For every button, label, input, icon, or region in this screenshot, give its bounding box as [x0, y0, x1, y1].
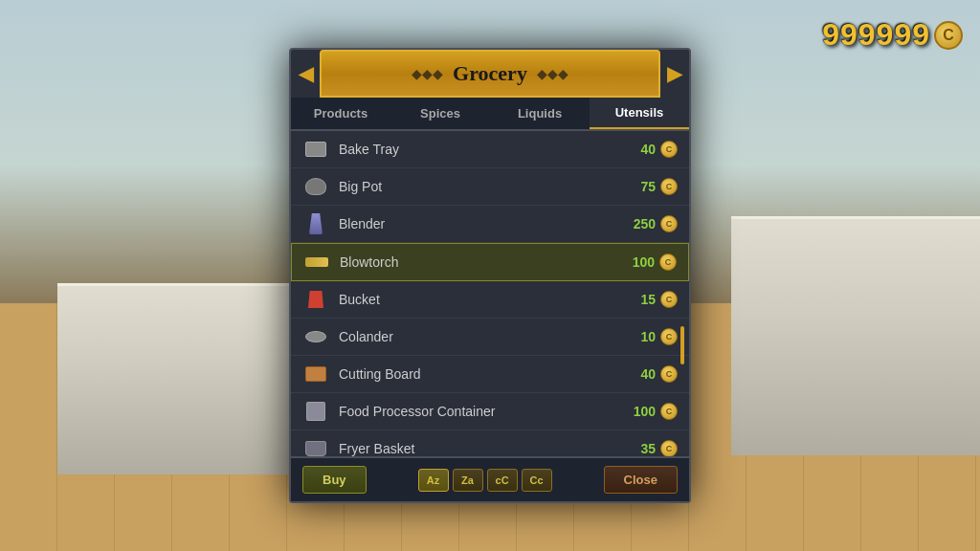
tab-utensils[interactable]: Utensils [590, 98, 689, 129]
tab-spices[interactable]: Spices [390, 98, 490, 129]
item-price: 15 C [640, 291, 678, 308]
sort-price-desc-button[interactable]: Cc [522, 469, 552, 492]
tab-products[interactable]: Products [291, 98, 390, 129]
item-price: 40 C [640, 365, 678, 383]
tab-liquids[interactable]: Liquids [490, 98, 590, 129]
coin-icon: C [660, 178, 678, 195]
item-list: Bake Tray 40 C Big Pot 75 C Blender [291, 131, 689, 456]
bucket-icon [302, 286, 329, 313]
item-price: 75 C [640, 178, 678, 195]
buy-button[interactable]: Buy [302, 466, 367, 494]
list-item[interactable]: Big Pot 75 C [291, 168, 689, 206]
item-name: Cutting Board [339, 366, 640, 382]
food-processor-icon [302, 398, 329, 425]
list-item[interactable]: Bake Tray 40 C [291, 131, 689, 168]
fryer-basket-icon [302, 435, 329, 456]
blowtorch-icon [303, 249, 330, 276]
counter-right [731, 216, 980, 455]
nav-left-button[interactable]: ◀ [299, 62, 313, 85]
coin-icon: C [660, 328, 678, 345]
item-name: Blender [339, 216, 634, 231]
title-deco-right: ◆◆◆ [537, 66, 568, 81]
list-item[interactable]: Cutting Board 40 C [291, 356, 689, 393]
list-item[interactable]: Blowtorch 100 C [291, 243, 689, 281]
coin-icon: C [660, 403, 678, 420]
title-area: ◆◆◆ Grocery ◆◆◆ [320, 50, 660, 98]
cutting-board-icon [302, 361, 329, 387]
bake-tray-icon [302, 136, 329, 163]
item-price: 10 C [640, 328, 678, 345]
scrollbar[interactable] [679, 131, 685, 456]
nav-right-button[interactable]: ▶ [667, 62, 681, 85]
item-price: 40 C [640, 141, 678, 158]
list-item[interactable]: Blender 250 C [291, 206, 689, 243]
list-item[interactable]: Bucket 15 C [291, 281, 689, 319]
currency-icon: C [934, 21, 963, 50]
coin-icon: C [660, 141, 678, 158]
item-name: Colander [339, 329, 640, 344]
item-name: Food Processor Container [339, 404, 634, 419]
colander-icon [302, 323, 329, 350]
item-price: 35 C [640, 440, 678, 456]
coin-icon: C [660, 440, 678, 456]
item-name: Big Pot [339, 179, 640, 194]
item-name: Fryer Basket [339, 441, 640, 456]
coin-icon: C [659, 253, 677, 271]
currency-amount: 999999 [822, 17, 930, 53]
item-name: Blowtorch [340, 254, 633, 270]
sort-az-button[interactable]: Az [418, 469, 449, 492]
blender-icon [302, 210, 329, 237]
sort-za-button[interactable]: Za [453, 469, 483, 492]
big-pot-icon [302, 173, 329, 200]
coin-icon: C [660, 291, 678, 308]
list-item[interactable]: Colander 10 C [291, 319, 689, 356]
title-banner: ◀ ◆◆◆ Grocery ◆◆◆ ▶ [291, 50, 689, 98]
item-list-container: Bake Tray 40 C Big Pot 75 C Blender [291, 131, 689, 456]
list-item[interactable]: Food Processor Container 100 C [291, 393, 689, 430]
coin-icon: C [660, 215, 678, 232]
item-name: Bucket [339, 292, 640, 307]
sort-price-asc-button[interactable]: cC [487, 469, 518, 492]
shop-modal: ◀ ◆◆◆ Grocery ◆◆◆ ▶ Products Spices Liqu… [289, 48, 691, 503]
item-price: 100 C [633, 253, 677, 271]
item-name: Bake Tray [339, 142, 640, 157]
shop-title: Grocery [453, 61, 527, 86]
title-deco-left: ◆◆◆ [412, 66, 443, 81]
sort-buttons: Az Za cC Cc [374, 469, 596, 492]
category-tabs: Products Spices Liquids Utensils [291, 98, 689, 131]
item-price: 250 C [634, 215, 678, 232]
item-price: 100 C [634, 403, 678, 420]
bottom-toolbar: Buy Az Za cC Cc Close [291, 456, 689, 501]
coin-icon: C [660, 365, 678, 383]
list-item[interactable]: Fryer Basket 35 C [291, 430, 689, 456]
close-button[interactable]: Close [604, 466, 678, 494]
currency-display: 999999 C [822, 17, 963, 53]
scroll-thumb [680, 326, 684, 364]
